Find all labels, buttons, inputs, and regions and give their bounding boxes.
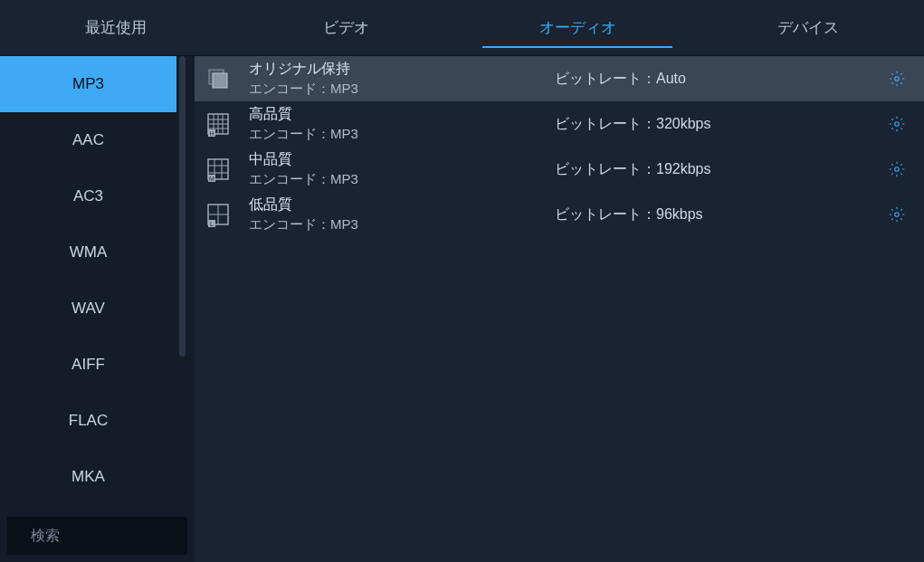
preset-row-high[interactable]: H 高品質 エンコード：MP3 ビットレート：320kbps	[195, 101, 924, 147]
preset-name: 高品質	[249, 105, 538, 124]
sidebar-item-ac3[interactable]: AC3	[0, 168, 176, 224]
sidebar-item-flac[interactable]: FLAC	[0, 393, 176, 449]
preset-list: オリジナル保持 エンコード：MP3 ビットレート：Auto	[195, 56, 924, 562]
preset-name: 中品質	[249, 150, 538, 169]
sidebar-item-aiff[interactable]: AIFF	[0, 337, 176, 393]
preset-encode: エンコード：MP3	[249, 171, 538, 188]
gear-icon	[889, 71, 905, 87]
sidebar-item-mp3[interactable]: MP3	[0, 56, 176, 112]
preset-info: オリジナル保持 エンコード：MP3	[249, 60, 538, 98]
tab-device[interactable]: デバイス	[693, 0, 924, 55]
svg-text:L: L	[210, 221, 214, 227]
preset-bitrate: ビットレート：320kbps	[555, 115, 870, 134]
settings-button[interactable]	[886, 204, 908, 225]
svg-point-14	[895, 122, 900, 127]
scrollbar-thumb[interactable]	[179, 56, 186, 357]
tab-audio[interactable]: オーディオ	[462, 0, 693, 55]
top-tabs: 最近使用 ビデオ オーディオ デバイス	[0, 0, 924, 56]
tab-video[interactable]: ビデオ	[231, 0, 462, 55]
settings-button[interactable]	[886, 113, 908, 135]
preset-bitrate: ビットレート：Auto	[555, 70, 870, 89]
preset-encode: エンコード：MP3	[249, 216, 538, 233]
grid-h-icon: H	[204, 110, 233, 138]
main-area: MP3 AAC AC3 WMA WAV AIFF FLAC MKA	[0, 56, 924, 562]
search-input[interactable]	[31, 528, 212, 544]
copy-icon	[204, 64, 233, 93]
preset-bitrate: ビットレート：192kbps	[555, 160, 870, 179]
gear-icon	[889, 116, 905, 132]
sidebar: MP3 AAC AC3 WMA WAV AIFF FLAC MKA	[0, 56, 195, 562]
preset-encode: エンコード：MP3	[249, 126, 538, 143]
preset-info: 低品質 エンコード：MP3	[249, 195, 538, 233]
svg-text:M: M	[209, 176, 214, 182]
preset-info: 高品質 エンコード：MP3	[249, 105, 538, 143]
preset-row-low[interactable]: L 低品質 エンコード：MP3 ビットレート：96kbps	[195, 192, 924, 237]
search-box[interactable]	[7, 517, 187, 555]
sidebar-item-aac[interactable]: AAC	[0, 112, 176, 168]
gear-icon	[889, 206, 905, 223]
svg-point-22	[895, 167, 900, 172]
preset-name: 低品質	[249, 195, 538, 214]
preset-encode: エンコード：MP3	[249, 81, 538, 98]
sidebar-item-mka[interactable]: MKA	[0, 449, 176, 505]
gear-icon	[889, 161, 905, 177]
preset-row-medium[interactable]: M 中品質 エンコード：MP3 ビットレート：192kbps	[195, 147, 924, 192]
settings-button[interactable]	[886, 68, 908, 90]
preset-bitrate: ビットレート：96kbps	[555, 205, 870, 224]
settings-button[interactable]	[886, 158, 908, 180]
grid-l-icon: L	[204, 200, 233, 229]
preset-info: 中品質 エンコード：MP3	[249, 150, 538, 188]
svg-point-4	[895, 77, 900, 81]
svg-point-28	[895, 213, 900, 217]
preset-name: オリジナル保持	[249, 60, 538, 79]
grid-m-icon: M	[204, 155, 233, 184]
svg-rect-3	[213, 73, 227, 88]
sidebar-item-wma[interactable]: WMA	[0, 224, 176, 281]
svg-text:H: H	[209, 130, 214, 137]
preset-row-original[interactable]: オリジナル保持 エンコード：MP3 ビットレート：Auto	[195, 56, 924, 101]
sidebar-item-wav[interactable]: WAV	[0, 281, 176, 337]
search-container	[0, 510, 195, 562]
tab-recent[interactable]: 最近使用	[0, 0, 231, 55]
format-list: MP3 AAC AC3 WMA WAV AIFF FLAC MKA	[0, 56, 195, 510]
